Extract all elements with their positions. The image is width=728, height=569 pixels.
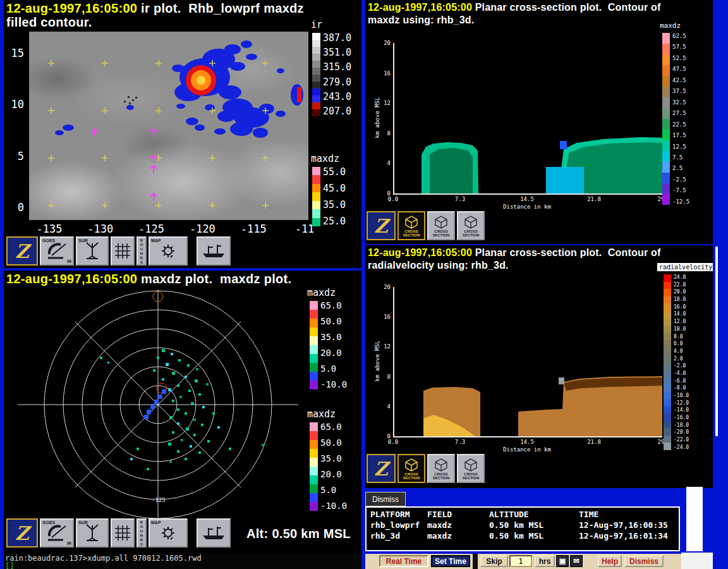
cross-section-button[interactable]: CROSSSECTION bbox=[457, 211, 485, 240]
colorbar-value: -2.0 bbox=[674, 363, 689, 369]
radar-echoes bbox=[100, 349, 264, 470]
tick-label: -125 bbox=[138, 223, 164, 235]
colorbar-value: 47.5 bbox=[672, 66, 689, 72]
map-button[interactable]: MAP bbox=[149, 236, 188, 266]
colorbar-values: 62.557.552.547.542.537.532.527.522.517.5… bbox=[672, 33, 689, 205]
colorbar-value: 12.0 bbox=[674, 319, 689, 324]
tick-label: -115 bbox=[241, 223, 267, 235]
bounds-button[interactable]: BOUNDS bbox=[136, 236, 147, 266]
panel-ir-plot: 12-aug-1997,16:05:00 ir plot. Rhb_lowprf… bbox=[4, 0, 361, 268]
table-cell: PLATFORM bbox=[370, 510, 427, 520]
colorbar-value: -24.0 bbox=[674, 444, 689, 450]
skip-value-input[interactable] bbox=[509, 555, 532, 567]
cross-section-button[interactable]: CROSSSECTION bbox=[427, 211, 455, 240]
table-header-row: PLATFORMFIELDALTITUDETIME bbox=[370, 510, 679, 520]
set-time-button[interactable]: Set Time bbox=[431, 555, 470, 567]
window-icon[interactable]: ▣ bbox=[556, 555, 569, 567]
scrollbar[interactable] bbox=[686, 487, 703, 551]
colorbar-value: 50.0 bbox=[320, 317, 347, 326]
colorbar-gradient bbox=[310, 422, 318, 511]
ship-button[interactable] bbox=[197, 236, 231, 266]
tick-label: 4 bbox=[387, 403, 391, 410]
tick-label: 0 bbox=[18, 201, 24, 214]
colorbar-gradient bbox=[664, 274, 671, 450]
help-button[interactable]: Help bbox=[598, 555, 622, 567]
radialvelocity-cross-section-plot[interactable] bbox=[393, 287, 662, 437]
colorbar-value: 6.0 bbox=[674, 341, 689, 346]
ir-y-axis: 151050 bbox=[8, 53, 24, 207]
xsec2-x-axis-label: Distance in km bbox=[393, 446, 661, 453]
sur-button[interactable]: SUR bbox=[76, 236, 109, 266]
colorbar-value: 52.5 bbox=[672, 55, 689, 61]
radar-colorbar-1: 65.050.035.020.05.0-10.0 bbox=[310, 301, 347, 389]
radar-ppi-display[interactable]: -125 bbox=[6, 288, 307, 518]
colorbar-value: -8.0 bbox=[674, 385, 689, 391]
cross-section-button[interactable]: CROSSSECTION bbox=[427, 454, 455, 483]
colorbar-value: 50.0 bbox=[320, 438, 347, 448]
colorbar-value: 18.0 bbox=[674, 297, 689, 302]
xsec2-x-axis: 0.07.314.521.829 bbox=[393, 439, 661, 446]
tick-label: 12 bbox=[384, 343, 391, 350]
mail-icon[interactable]: ✉ bbox=[570, 555, 583, 567]
colorbar-value: 20.0 bbox=[674, 289, 689, 295]
tick-label: 4 bbox=[387, 160, 391, 166]
tick-label: 14.5 bbox=[520, 439, 534, 445]
satellite-image[interactable] bbox=[29, 32, 308, 220]
ir-x-axis: -135-130-125-120-115-11 bbox=[49, 223, 305, 234]
colorbar-values: 55.045.035.025.0 bbox=[323, 167, 346, 226]
goes-ir-button[interactable]: GOESIR bbox=[40, 518, 74, 548]
border-scroll-indicator[interactable] bbox=[715, 247, 718, 436]
colorbar-value: 5.0 bbox=[320, 486, 347, 495]
info-dismiss-button[interactable]: Dismiss bbox=[365, 492, 406, 506]
grid-button[interactable] bbox=[111, 518, 135, 548]
corner-panel bbox=[681, 553, 713, 569]
xsec2-title: 12-aug-1997,16:05:00 Planar cross-sectio… bbox=[368, 247, 660, 259]
toolbar-button-label: SUR bbox=[78, 238, 88, 243]
table-cell: 12-Aug-97,16:01:34 bbox=[579, 531, 679, 542]
ship-button[interactable] bbox=[197, 518, 231, 548]
grid-button[interactable] bbox=[111, 236, 135, 266]
skip-button[interactable]: Skip bbox=[480, 555, 508, 567]
colorbar-value: 351.0 bbox=[323, 47, 351, 58]
colorbar-value: -20.0 bbox=[674, 429, 689, 435]
panel-radar-plot: 12-aug-1997,16:05:00 maxdz plot. maxdz p… bbox=[4, 271, 361, 554]
ir-title: 12-aug-1997,16:05:00 ir plot. Rhb_lowprf… bbox=[6, 1, 304, 16]
map-button[interactable]: MAP bbox=[149, 518, 188, 548]
colorbar-value: 8.0 bbox=[674, 334, 689, 340]
colorbar-value: -16.0 bbox=[674, 415, 689, 420]
taskbar-dismiss-button[interactable]: Dismiss bbox=[624, 555, 664, 567]
colorbar-value: 57.5 bbox=[672, 44, 689, 50]
colorbar-gradient bbox=[662, 33, 670, 205]
terminal-window[interactable]: rain:beaudrac.137>xdump.all 970812.1605.… bbox=[4, 554, 361, 569]
sur-button[interactable]: SUR bbox=[76, 518, 109, 548]
hrs-button[interactable]: hrs bbox=[535, 555, 555, 567]
zeb-logo-button[interactable]: Z bbox=[6, 236, 38, 266]
colorbar-value: 65.0 bbox=[320, 301, 347, 310]
colorbar-value: 20.0 bbox=[320, 348, 347, 358]
tick-label: 21.8 bbox=[587, 196, 601, 202]
xsec2-title-time: 12-aug-1997,16:05:00 bbox=[368, 247, 472, 258]
maxdz-cross-section-plot[interactable] bbox=[393, 43, 662, 195]
ir-maxdz-colorbar: 55.045.035.025.0 bbox=[312, 167, 346, 226]
xsec1-colorbar-label: maxdz bbox=[660, 21, 681, 30]
cross-section-button[interactable]: CROSSSECTION bbox=[457, 454, 485, 483]
real-time-button[interactable]: Real Time bbox=[379, 555, 428, 567]
ir-maxdz-colorbar-label: maxdz bbox=[311, 153, 339, 164]
colorbar-value: 387.0 bbox=[323, 33, 351, 43]
colorbar-value: 5.0 bbox=[320, 364, 347, 374]
colorbar-value: 45.0 bbox=[323, 183, 346, 193]
cross-section-button[interactable]: CROSSSECTION bbox=[397, 454, 425, 483]
colorbar-value: 4.0 bbox=[674, 348, 689, 354]
toolbar-button-label: MAP bbox=[151, 520, 161, 525]
bounds-button[interactable]: BOUNDS bbox=[136, 518, 147, 548]
terminal-command-line: rain:beaudrac.137>xdump.all 970812.1605.… bbox=[5, 554, 202, 563]
zeb-logo-button[interactable]: Z bbox=[367, 454, 396, 483]
goes-ir-button[interactable]: GOESIR bbox=[40, 236, 74, 266]
colorbar-value: 37.5 bbox=[672, 88, 689, 94]
colorbar-value: 22.0 bbox=[674, 282, 689, 288]
cross-section-button[interactable]: CROSSSECTION bbox=[397, 211, 425, 240]
zeb-logo-button[interactable]: Z bbox=[367, 211, 396, 240]
colorbar-gradient bbox=[312, 167, 320, 226]
tick-label: 5 bbox=[18, 150, 24, 162]
zeb-logo-button[interactable]: Z bbox=[6, 518, 38, 548]
